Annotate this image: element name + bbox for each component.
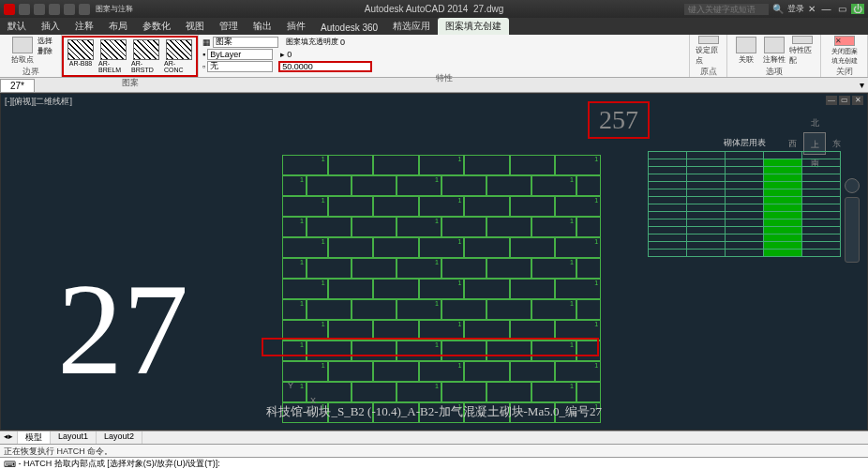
pick-points-button[interactable]: 拾取点 — [9, 36, 36, 66]
exchange-icon[interactable]: ✕ — [808, 4, 816, 14]
match-props-button[interactable]: 特性匹配 — [789, 36, 816, 66]
viewcube-north[interactable]: 北 — [811, 117, 819, 129]
qat-undo-icon[interactable] — [64, 4, 75, 15]
angle-value[interactable]: 0 — [287, 50, 292, 59]
close-hatch-button[interactable]: ✕ 关闭图案填充创建 — [831, 36, 858, 66]
file-tab-active[interactable]: 27* — [0, 79, 35, 92]
sign-in-button[interactable]: 登录 — [787, 3, 804, 15]
associative-button[interactable]: 关联 — [733, 36, 759, 66]
ribbon: 拾取点 选择 删除 边界 AR-B88AR-BRELMAR-BRSTDAR-CO… — [0, 35, 868, 78]
close-icon: ✕ — [834, 36, 855, 46]
workspace-label[interactable]: 图案与注释 — [94, 4, 135, 15]
layout-tab[interactable]: Layout2 — [97, 431, 142, 444]
minimize-button[interactable]: — — [819, 4, 832, 14]
drawing-viewport[interactable]: [-][俯视][二维线框] — ▭ ✕ 北 南 东 西 上 27 257 111… — [0, 93, 868, 431]
vp-min-icon[interactable]: — — [826, 96, 837, 105]
origin-icon — [698, 36, 719, 44]
qat-open-icon[interactable] — [34, 4, 45, 15]
ucs-y-label: Y — [288, 381, 293, 390]
hatch-color-dropdown[interactable]: ByLayer — [207, 49, 273, 60]
maximize-button[interactable]: ▭ — [835, 4, 848, 14]
count-annotation: 257 — [588, 101, 650, 139]
select-button[interactable]: 选择 — [37, 36, 52, 46]
hatch-pattern-ar-b88[interactable]: AR-B88 — [66, 39, 96, 67]
panel-options: 关联 注释性 特性匹配 选项 — [727, 35, 821, 77]
window-title: Autodesk AutoCAD 2014 27.dwg — [365, 4, 503, 14]
panel-title-close: 关闭 — [836, 66, 853, 79]
qat-new-icon[interactable] — [19, 4, 30, 15]
color-icon: ▪ — [202, 50, 205, 59]
panel-title-options: 选项 — [766, 66, 783, 79]
ribbon-tab[interactable]: 布局 — [101, 18, 135, 35]
masonry-schedule-table: 砌体层用表 — [648, 137, 841, 257]
command-history: 正在恢复执行 HATCH 命令。 — [0, 444, 868, 457]
brick-wall-drawing: 111111111111111111111111111111111111111 — [282, 155, 601, 417]
annotative-button[interactable]: 注释性 — [761, 36, 787, 66]
panel-title-boundary: 边界 — [22, 66, 39, 79]
panel-boundary: 拾取点 选择 删除 边界 — [0, 35, 62, 77]
pattern-type-dropdown[interactable]: 图案 — [213, 37, 278, 48]
panel-pattern: AR-B88AR-BRELMAR-BRSTDAR-CONC 图案 — [62, 35, 199, 77]
pick-points-icon — [12, 37, 33, 53]
layout-tab[interactable]: 模型 — [18, 431, 51, 444]
ribbon-tab[interactable]: 参数化 — [135, 18, 178, 35]
drawing-number-large: 27 — [57, 253, 188, 404]
ribbon-tab[interactable]: 图案填充创建 — [438, 18, 509, 35]
ribbon-tab[interactable]: 注释 — [67, 18, 101, 35]
hatch-pattern-gallery[interactable]: AR-B88AR-BRELMAR-BRSTDAR-CONC — [62, 36, 198, 77]
hatch-pattern-ar-conc[interactable]: AR-CONC — [164, 39, 194, 73]
transparency-label: 图案填充透明度 — [286, 37, 338, 47]
window-controls: — ▭ ⏻ — [819, 4, 864, 14]
panel-title-origin: 原点 — [700, 66, 717, 79]
remove-button[interactable]: 删除 — [37, 46, 52, 56]
layout-tab[interactable]: Layout1 — [51, 431, 97, 444]
command-icon: ⌨ — [4, 460, 16, 469]
qat-save-icon[interactable] — [49, 4, 60, 15]
nav-bar[interactable] — [845, 197, 860, 263]
vp-close-icon[interactable]: ✕ — [852, 96, 863, 105]
close-button[interactable]: ⏻ — [851, 4, 864, 14]
viewport-window-controls: — ▭ ✕ — [826, 96, 863, 105]
ribbon-tab[interactable]: 插入 — [34, 18, 67, 35]
ribbon-tabs: 默认插入注释布局参数化视图管理输出插件Autodesk 360精选应用图案填充创… — [0, 18, 868, 35]
ribbon-tab[interactable]: 默认 — [0, 18, 34, 35]
panel-title-properties: 特性 — [436, 72, 453, 85]
file-tab-dropdown[interactable]: ▾ — [860, 80, 864, 90]
nav-wheel-icon[interactable] — [845, 178, 860, 193]
ribbon-tab[interactable]: Autodesk 360 — [313, 21, 385, 35]
vp-max-icon[interactable]: ▭ — [839, 96, 850, 105]
drawing-caption: 科技馆-砌块_S_B2 (-10.4)_A-B2-加气混凝土砌块-Ma5.0_编… — [266, 403, 602, 420]
hatch-pattern-ar-brelm[interactable]: AR-BRELM — [98, 39, 128, 73]
ribbon-tab[interactable]: 精选应用 — [385, 18, 438, 35]
help-search-input[interactable] — [684, 4, 769, 15]
title-bar: 图案与注释 Autodesk AutoCAD 2014 27.dwg 🔍 登录 … — [0, 0, 868, 18]
hatch-pattern-ar-brstd[interactable]: AR-BRSTD — [131, 39, 161, 73]
pattern-type-icon: ▦ — [202, 38, 211, 47]
qat-redo-icon[interactable] — [79, 4, 90, 15]
command-line[interactable]: ⌨ - HATCH 拾取内部点或 [选择对象(S)/放弃(U)/设置(T)]: — [0, 457, 868, 469]
app-menu-icon[interactable] — [4, 4, 15, 15]
transparency-value: 0 — [340, 38, 345, 47]
panel-title-pattern: 图案 — [122, 77, 139, 90]
panel-origin: 设定原点 原点 — [690, 35, 727, 77]
bg-color-dropdown[interactable]: 无 — [207, 61, 273, 72]
ribbon-tab[interactable]: 管理 — [212, 18, 246, 35]
search-icon[interactable]: 🔍 — [772, 4, 784, 14]
viewport-label[interactable]: [-][俯视][二维线框] — [5, 96, 72, 108]
panel-close: ✕ 关闭图案填充创建 关闭 — [821, 35, 868, 77]
bg-color-icon: ▫ — [202, 62, 205, 71]
panel-properties: ▦ 图案 图案填充透明度 0 ▪ ByLayer ▸ 0 ▫ 无 50.0000… — [199, 35, 690, 77]
ribbon-tab[interactable]: 插件 — [279, 18, 313, 35]
set-origin-button[interactable]: 设定原点 — [696, 36, 722, 66]
table-title: 砌体层用表 — [648, 137, 841, 149]
layout-tabs: ◂▸ 模型Layout1Layout2 — [0, 431, 868, 444]
ribbon-tab[interactable]: 视图 — [178, 18, 212, 35]
quick-access-toolbar: 图案与注释 — [0, 4, 139, 15]
highlighted-course — [262, 338, 599, 356]
assoc-icon — [736, 37, 756, 53]
annot-icon — [764, 37, 785, 53]
hatch-scale-input[interactable]: 50.0000 — [278, 61, 372, 72]
match-icon — [792, 36, 813, 44]
ribbon-tab[interactable]: 输出 — [246, 18, 279, 35]
